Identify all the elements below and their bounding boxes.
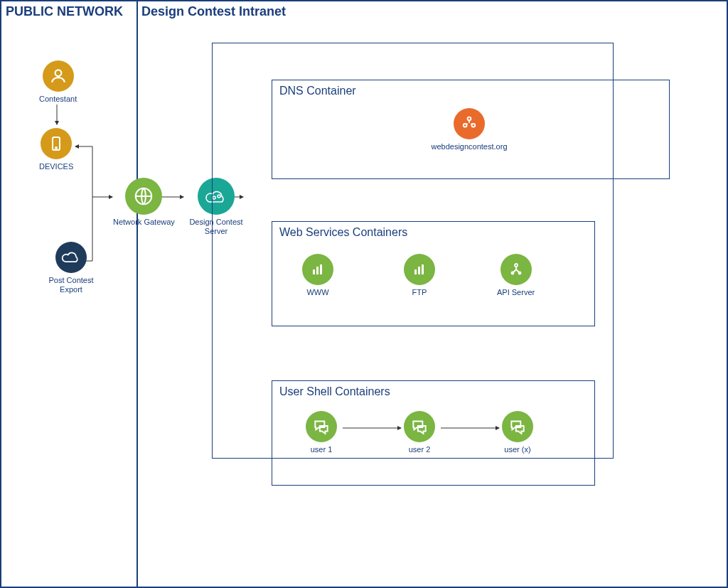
contestant-node: Contestant: [39, 60, 77, 104]
bars-icon: [404, 254, 435, 285]
dns-node: webdesigncontest.org: [398, 108, 540, 151]
svg-rect-23: [422, 264, 424, 274]
public-network-title: PUBLIC NETWORK: [6, 4, 123, 19]
svg-point-11: [55, 147, 57, 149]
svg-point-9: [55, 70, 61, 76]
diagram-canvas: PUBLIC NETWORK Design Contest Intranet: [0, 0, 728, 588]
devices-label: DEVICES: [39, 162, 73, 171]
devices-node: DEVICES: [39, 128, 73, 171]
www-node: WWW: [302, 254, 333, 297]
api-icon: [500, 254, 532, 285]
user-shell-container-title: User Shell Containers: [279, 385, 390, 398]
svg-rect-20: [320, 264, 322, 274]
post-contest-export-label: Post Contest Export: [39, 276, 103, 294]
user-1-node: user 1: [306, 411, 337, 454]
network-gateway-label: Network Gateway: [113, 218, 175, 227]
globe-icon: [125, 178, 162, 215]
svg-rect-18: [313, 269, 315, 274]
ftp-label: FTP: [412, 288, 427, 297]
intranet-title: Design Contest Intranet: [141, 4, 286, 19]
cloud-icon: [55, 242, 87, 273]
svg-point-24: [515, 264, 518, 267]
user-icon: [43, 60, 74, 92]
dns-container-title: DNS Container: [279, 85, 356, 97]
user-x-node: user (x): [502, 411, 533, 454]
user-x-label: user (x): [504, 445, 530, 454]
dns-node-label: webdesigncontest.org: [431, 142, 507, 151]
chat-icon: [306, 411, 337, 442]
svg-rect-22: [418, 267, 420, 274]
svg-rect-21: [414, 269, 417, 274]
network-gateway-node: Network Gateway: [113, 178, 175, 227]
chat-icon: [502, 411, 533, 442]
zone-divider: [136, 1, 138, 587]
user-1-label: user 1: [311, 445, 333, 454]
contestant-label: Contestant: [39, 95, 77, 104]
user-2-node: user 2: [404, 411, 435, 454]
www-label: WWW: [306, 288, 328, 297]
api-server-label: API Server: [497, 288, 535, 297]
svg-point-15: [468, 117, 471, 121]
post-contest-export-node: Post Contest Export: [39, 242, 103, 294]
group-icon: [454, 108, 485, 139]
ftp-node: FTP: [404, 254, 435, 297]
svg-rect-19: [316, 267, 318, 274]
device-icon: [41, 128, 72, 159]
api-server-node: API Server: [497, 254, 535, 297]
web-services-container-title: Web Services Containers: [279, 226, 407, 239]
user-2-label: user 2: [409, 445, 431, 454]
chat-icon: [404, 411, 435, 442]
bars-icon: [302, 254, 333, 285]
